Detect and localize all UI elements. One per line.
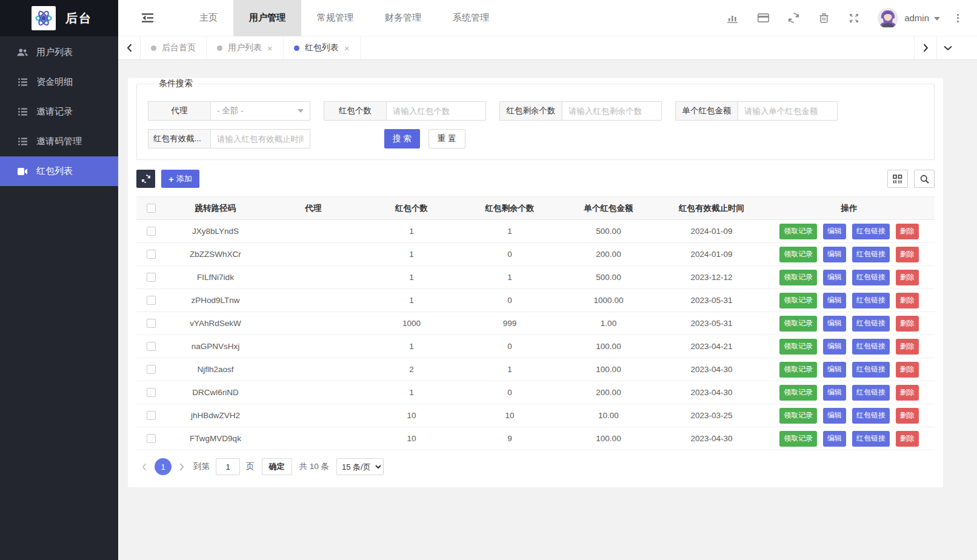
- statistics-button[interactable]: [718, 0, 748, 36]
- delete-button[interactable]: 删除: [896, 408, 919, 424]
- row-checkbox[interactable]: [147, 227, 156, 236]
- search-button[interactable]: 搜 索: [384, 129, 420, 148]
- topnav-item[interactable]: 常规管理: [301, 0, 369, 36]
- edit-button[interactable]: 编辑: [823, 270, 846, 285]
- redpacket-link-button[interactable]: 红包链接: [852, 339, 890, 355]
- cell-agent: [265, 289, 361, 312]
- redpacket-link-button[interactable]: 红包链接: [852, 247, 890, 262]
- count-input[interactable]: [386, 101, 486, 121]
- edit-button[interactable]: 编辑: [823, 247, 846, 262]
- row-checkbox[interactable]: [147, 273, 156, 282]
- tabs-scroll-right-button[interactable]: [914, 36, 936, 59]
- redpacket-link-button[interactable]: 红包链接: [852, 224, 890, 239]
- claim-records-button[interactable]: 领取记录: [779, 293, 817, 308]
- delete-button[interactable]: 删除: [896, 293, 919, 308]
- amount-input[interactable]: [738, 101, 838, 121]
- search-toggle-button[interactable]: [914, 170, 935, 188]
- tab[interactable]: 后台首页: [141, 36, 207, 59]
- select-all-checkbox[interactable]: [147, 204, 156, 213]
- refresh-table-button[interactable]: [136, 170, 155, 188]
- delete-button[interactable]: 删除: [896, 316, 919, 332]
- topnav-item[interactable]: 系统管理: [437, 0, 505, 36]
- tabs-scroll-left-button[interactable]: [118, 36, 141, 59]
- claim-records-button[interactable]: 领取记录: [779, 385, 817, 401]
- row-checkbox[interactable]: [147, 342, 156, 351]
- row-checkbox[interactable]: [147, 411, 156, 420]
- sidebar-item[interactable]: 资金明细: [0, 67, 118, 97]
- delete-button[interactable]: 删除: [896, 385, 919, 401]
- agent-select[interactable]: - 全部 -: [210, 101, 310, 121]
- edit-button[interactable]: 编辑: [823, 385, 846, 401]
- edit-button[interactable]: 编辑: [823, 224, 846, 239]
- redpacket-link-button[interactable]: 红包链接: [852, 316, 890, 332]
- page-number-current[interactable]: 1: [155, 458, 172, 475]
- topnav-item[interactable]: 用户管理: [233, 0, 301, 36]
- edit-button[interactable]: 编辑: [823, 408, 846, 424]
- topnav-item[interactable]: 财务管理: [369, 0, 437, 36]
- more-options-icon[interactable]: [953, 10, 962, 26]
- claim-records-button[interactable]: 领取记录: [779, 431, 817, 447]
- claim-records-button[interactable]: 领取记录: [779, 408, 817, 424]
- sidebar-item[interactable]: 邀请码管理: [0, 127, 118, 156]
- delete-button[interactable]: 删除: [896, 431, 919, 447]
- delete-button[interactable]: 删除: [896, 362, 919, 378]
- logo-bar[interactable]: 后台: [0, 0, 118, 36]
- sidebar-item[interactable]: 红包列表: [0, 156, 118, 186]
- columns-toggle-button[interactable]: [887, 170, 908, 188]
- remaining-input[interactable]: [562, 101, 662, 121]
- claim-records-button[interactable]: 领取记录: [779, 362, 817, 378]
- row-checkbox[interactable]: [147, 319, 156, 328]
- edit-button[interactable]: 编辑: [823, 293, 846, 308]
- sidebar-item[interactable]: 用户列表: [0, 38, 118, 67]
- sidebar-collapse-button[interactable]: [129, 0, 165, 36]
- add-button[interactable]: +添加: [161, 170, 199, 188]
- cell-code: DRCwl6riND: [165, 381, 265, 404]
- tab-close-icon[interactable]: ×: [267, 44, 273, 53]
- tab[interactable]: 用户列表 ×: [207, 36, 284, 59]
- claim-records-button[interactable]: 领取记录: [779, 316, 817, 332]
- clear-cache-button[interactable]: [809, 0, 839, 36]
- avatar[interactable]: [878, 8, 898, 28]
- payment-button[interactable]: [748, 0, 778, 36]
- delete-button[interactable]: 删除: [896, 224, 919, 239]
- next-page-button[interactable]: [174, 458, 190, 475]
- claim-records-button[interactable]: 领取记录: [779, 247, 817, 262]
- prev-page-button[interactable]: [136, 458, 152, 475]
- reset-button[interactable]: 重 置: [428, 129, 465, 148]
- goto-page-input[interactable]: [216, 458, 240, 475]
- row-checkbox[interactable]: [147, 434, 156, 443]
- edit-button[interactable]: 编辑: [823, 316, 846, 332]
- delete-button[interactable]: 删除: [896, 247, 919, 262]
- topnav-item-label: 主页: [199, 12, 218, 24]
- redpacket-link-button[interactable]: 红包链接: [852, 385, 890, 401]
- edit-button[interactable]: 编辑: [823, 339, 846, 355]
- claim-records-button[interactable]: 领取记录: [779, 339, 817, 355]
- tab-close-icon[interactable]: ×: [344, 44, 350, 53]
- confirm-page-button[interactable]: 确定: [262, 458, 292, 475]
- row-checkbox[interactable]: [147, 388, 156, 397]
- user-caret-down-icon[interactable]: [934, 17, 940, 21]
- redpacket-link-button[interactable]: 红包链接: [852, 362, 890, 378]
- redpacket-link-button[interactable]: 红包链接: [852, 408, 890, 424]
- claim-records-button[interactable]: 领取记录: [779, 224, 817, 239]
- page-size-select[interactable]: 15 条/页: [336, 458, 384, 475]
- redpacket-link-button[interactable]: 红包链接: [852, 293, 890, 308]
- edit-button[interactable]: 编辑: [823, 431, 846, 447]
- redpacket-link-button[interactable]: 红包链接: [852, 270, 890, 285]
- row-checkbox[interactable]: [147, 296, 156, 305]
- fullscreen-button[interactable]: [839, 0, 869, 36]
- redpacket-link-button[interactable]: 红包链接: [852, 431, 890, 447]
- sidebar-item[interactable]: 邀请记录: [0, 97, 118, 127]
- delete-button[interactable]: 删除: [896, 270, 919, 285]
- refresh-page-button[interactable]: [778, 0, 809, 36]
- row-checkbox[interactable]: [147, 250, 156, 259]
- topnav-item[interactable]: 主页: [184, 0, 233, 36]
- delete-button[interactable]: 删除: [896, 339, 919, 355]
- edit-button[interactable]: 编辑: [823, 362, 846, 378]
- row-checkbox[interactable]: [147, 365, 156, 374]
- claim-records-button[interactable]: 领取记录: [779, 270, 817, 285]
- tabs-menu-button[interactable]: [936, 36, 959, 59]
- expire-input[interactable]: [210, 129, 310, 148]
- username[interactable]: admin: [904, 13, 929, 23]
- tab[interactable]: 红包列表 ×: [284, 36, 361, 59]
